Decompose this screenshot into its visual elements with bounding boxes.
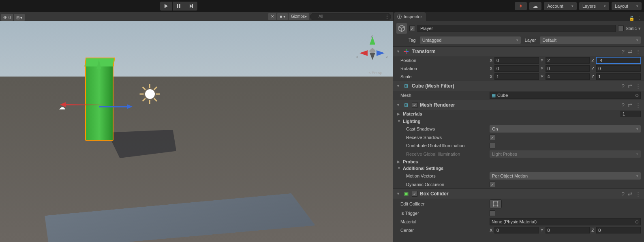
transform-icon bbox=[403, 48, 409, 55]
object-name-input[interactable] bbox=[417, 25, 616, 32]
scale-y[interactable] bbox=[546, 73, 590, 80]
mesh-field[interactable]: ▦Cube⊙ bbox=[490, 92, 641, 99]
prefab-icon[interactable] bbox=[396, 23, 407, 34]
step-button[interactable] bbox=[185, 2, 197, 11]
preset-icon[interactable]: ⇄ bbox=[628, 83, 632, 89]
contribute-gi-checkbox[interactable] bbox=[490, 143, 495, 148]
lighting-foldout[interactable]: Lighting bbox=[393, 118, 644, 124]
object-picker-icon[interactable]: ⊙ bbox=[635, 219, 639, 225]
materials-foldout[interactable]: Materials bbox=[393, 110, 644, 118]
rotation-z[interactable] bbox=[596, 65, 641, 72]
edit-collider-button[interactable] bbox=[490, 199, 502, 208]
preset-icon[interactable]: ⇄ bbox=[628, 49, 632, 55]
position-z[interactable] bbox=[596, 57, 641, 64]
is-trigger-checkbox[interactable] bbox=[490, 210, 495, 216]
help-icon[interactable]: ? bbox=[622, 83, 625, 89]
tag-label: Tag bbox=[409, 38, 416, 43]
inspector-panel: ⓘInspector 🔓⋮ Static▾ Tag Untagged Layer… bbox=[393, 12, 644, 242]
svg-point-6 bbox=[493, 206, 494, 207]
camera-gizmo-icon[interactable]: ☁ bbox=[59, 103, 65, 111]
light-gizmo-icon[interactable] bbox=[140, 84, 160, 104]
svg-rect-3 bbox=[494, 202, 498, 206]
account-dropdown[interactable]: Account bbox=[544, 2, 577, 10]
layout-dropdown[interactable]: Layout bbox=[612, 2, 642, 10]
tab-menu-icon[interactable]: ⋮ bbox=[637, 16, 642, 21]
box-collider-header[interactable]: ▣ Box Collider ?⇄⋮ bbox=[393, 189, 644, 199]
probes-foldout[interactable]: Probes bbox=[393, 158, 644, 165]
cast-shadows-dropdown[interactable]: On bbox=[490, 125, 641, 133]
mesh-filter-header[interactable]: ⊞ Cube (Mesh Filter) ?⇄⋮ bbox=[393, 81, 644, 91]
layer-label: Layer bbox=[525, 38, 536, 43]
static-toggle[interactable]: Static▾ bbox=[618, 26, 641, 31]
scale-z[interactable] bbox=[596, 73, 641, 80]
help-icon[interactable]: ? bbox=[622, 102, 625, 108]
position-y[interactable] bbox=[546, 57, 590, 64]
cube-shadow bbox=[107, 130, 176, 158]
mesh-renderer-enabled[interactable] bbox=[412, 102, 417, 108]
layer-dropdown[interactable]: Default bbox=[540, 36, 641, 44]
gizmo-x-arrow[interactable] bbox=[65, 104, 105, 105]
mesh-renderer-icon: ⊞ bbox=[403, 102, 409, 108]
hidden-count-badge[interactable]: 👁0 bbox=[1, 14, 13, 21]
floor-plane bbox=[16, 191, 320, 242]
rotation-x[interactable] bbox=[494, 65, 539, 72]
panel-menu-icon[interactable]: ⋮ bbox=[385, 14, 389, 19]
scale-x[interactable] bbox=[494, 73, 539, 80]
tag-dropdown[interactable]: Untagged bbox=[420, 36, 521, 44]
svg-point-4 bbox=[493, 201, 494, 203]
object-picker-icon[interactable]: ⊙ bbox=[635, 93, 639, 98]
layers-dropdown[interactable]: Layers bbox=[579, 2, 609, 10]
component-menu-icon[interactable]: ⋮ bbox=[635, 49, 641, 55]
receive-gi-dropdown: Light Probes bbox=[490, 150, 641, 158]
svg-rect-0 bbox=[177, 4, 178, 8]
player-cube[interactable] bbox=[85, 66, 113, 141]
active-checkbox[interactable] bbox=[409, 26, 415, 31]
help-icon[interactable]: ? bbox=[622, 191, 625, 197]
gizmos-dropdown[interactable]: Gizmos ▾ bbox=[289, 13, 309, 20]
inspector-tab[interactable]: ⓘInspector bbox=[394, 12, 426, 21]
projection-label[interactable]: Persp bbox=[368, 71, 382, 75]
component-menu-icon[interactable]: ⋮ bbox=[635, 83, 641, 89]
position-x[interactable] bbox=[494, 57, 539, 64]
box-collider-component: ▣ Box Collider ?⇄⋮ Edit Collider Is Trig… bbox=[393, 188, 644, 234]
orientation-gizmo[interactable]: y x z bbox=[358, 36, 386, 65]
help-icon[interactable]: ? bbox=[622, 49, 625, 55]
materials-count[interactable] bbox=[620, 111, 641, 117]
box-collider-enabled[interactable] bbox=[412, 191, 417, 197]
rotation-y[interactable] bbox=[546, 65, 590, 72]
info-icon: ⓘ bbox=[397, 14, 402, 20]
motion-vectors-dropdown[interactable]: Per Object Motion bbox=[490, 172, 641, 180]
svg-point-7 bbox=[497, 206, 499, 207]
main-toolbar: ✴ ☁ Account Layers Layout bbox=[0, 0, 644, 12]
preset-icon[interactable]: ⇄ bbox=[628, 102, 632, 108]
collab-icon[interactable]: ✴ bbox=[515, 2, 527, 10]
svg-rect-2 bbox=[192, 4, 193, 8]
preset-icon[interactable]: ⇄ bbox=[628, 191, 632, 197]
mesh-renderer-header[interactable]: ⊞ Mesh Renderer ?⇄⋮ bbox=[393, 100, 644, 110]
grid-snap-button[interactable]: ⊞ ▾ bbox=[14, 14, 25, 21]
component-menu-icon[interactable]: ⋮ bbox=[635, 191, 641, 197]
mesh-filter-component: ⊞ Cube (Mesh Filter) ?⇄⋮ Mesh ▦Cube⊙ bbox=[393, 81, 644, 100]
scene-search-input[interactable] bbox=[310, 13, 391, 20]
scene-viewport[interactable]: ☁ y x z Persp bbox=[0, 21, 393, 242]
transform-component: Transform ?⇄⋮ Position X Y Z Rotation X … bbox=[393, 46, 644, 81]
camera-toggle[interactable]: ■ ▾ bbox=[277, 13, 288, 20]
box-collider-icon: ▣ bbox=[403, 191, 409, 197]
receive-shadows-checkbox[interactable] bbox=[490, 135, 495, 140]
dynamic-occlusion-checkbox[interactable] bbox=[490, 182, 495, 187]
additional-foldout[interactable]: Additional Settings bbox=[393, 165, 644, 171]
tools-dropdown[interactable]: ✕ bbox=[268, 13, 276, 20]
gizmo-y-arrow[interactable] bbox=[96, 60, 101, 69]
pause-button[interactable] bbox=[173, 2, 185, 11]
transform-header[interactable]: Transform ?⇄⋮ bbox=[393, 47, 644, 56]
physic-material-field[interactable]: None (Physic Material)⊙ bbox=[490, 218, 641, 225]
play-button[interactable] bbox=[160, 2, 172, 11]
cloud-icon[interactable]: ☁ bbox=[529, 2, 541, 10]
center-z[interactable] bbox=[596, 227, 641, 233]
component-menu-icon[interactable]: ⋮ bbox=[635, 102, 641, 108]
center-y[interactable] bbox=[546, 227, 590, 233]
gizmo-z-arrow[interactable] bbox=[99, 106, 128, 107]
lock-icon[interactable]: 🔓 bbox=[629, 16, 635, 21]
center-x[interactable] bbox=[494, 227, 539, 233]
mesh-renderer-component: ⊞ Mesh Renderer ?⇄⋮ Materials Lighting C… bbox=[393, 100, 644, 188]
